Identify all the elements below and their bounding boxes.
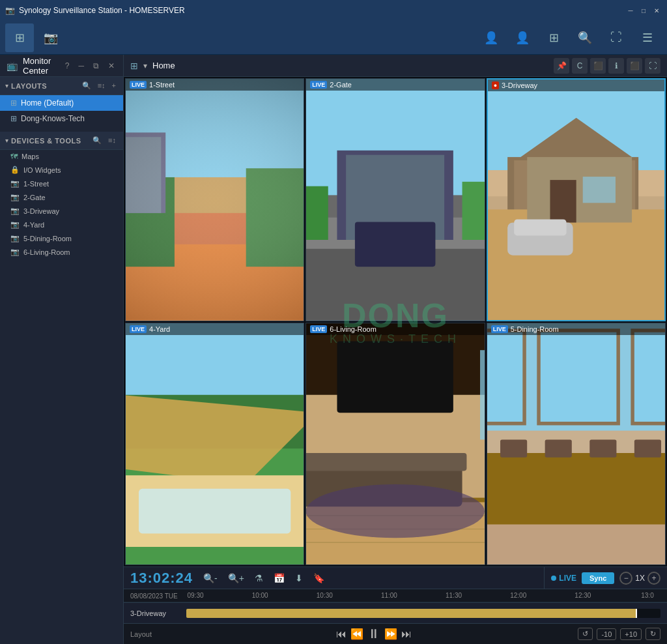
content-grid-icon: ⊞ bbox=[130, 61, 138, 71]
cam-4-yard-badge: LIVE bbox=[130, 325, 147, 333]
user-icon-button[interactable]: 👤 bbox=[477, 23, 505, 52]
content-header-title: Home bbox=[152, 61, 548, 70]
zoom-in-button[interactable]: 🔍+ bbox=[225, 572, 247, 585]
camera-toolbar-button[interactable]: 📷 bbox=[36, 23, 65, 52]
next-frame-button[interactable]: ⏭ bbox=[401, 628, 412, 640]
calendar-button[interactable]: 📅 bbox=[271, 572, 287, 585]
info-button[interactable]: ℹ bbox=[608, 58, 624, 74]
camera-cell-2-gate[interactable]: LIVE 2-Gate bbox=[305, 78, 485, 321]
sync-button[interactable]: Sync bbox=[582, 572, 614, 584]
view-button[interactable]: ⬛ bbox=[627, 58, 642, 74]
svg-rect-65 bbox=[545, 439, 571, 457]
device-item-io-widgets[interactable]: 🔒 I/O Widgets bbox=[0, 163, 123, 177]
cam-1-street-svg bbox=[126, 79, 304, 321]
devices-sort-icon[interactable]: ≡↕ bbox=[106, 136, 118, 145]
bookmark-button[interactable]: 🔖 bbox=[311, 572, 327, 585]
device-item-5-dining-room[interactable]: 📷 5-Dining-Room bbox=[0, 231, 123, 245]
cam-5-dining-name: 5-Dining-Room bbox=[511, 325, 559, 333]
cam-6-living-image bbox=[306, 323, 484, 565]
fullscreen-button[interactable]: ⛶ bbox=[602, 23, 631, 52]
layout-button[interactable]: ⊞ bbox=[539, 23, 568, 52]
clock-display: 13:02:24 bbox=[130, 570, 195, 587]
timeline-status-row: 13:02:24 🔍- 🔍+ ⚗ 📅 ⬇ 🔖 LIVE Sync − bbox=[124, 567, 667, 589]
loop-button[interactable]: ↺ bbox=[578, 628, 593, 640]
account-button[interactable]: 👤 bbox=[508, 23, 537, 52]
monitor-close-button[interactable]: ✕ bbox=[106, 61, 117, 70]
device-item-4-yard[interactable]: 📷 4-Yard bbox=[0, 218, 123, 231]
time-label-1200: 12:00 bbox=[505, 592, 532, 599]
prev-frame-button[interactable]: ⏮ bbox=[336, 628, 347, 640]
svg-rect-27 bbox=[527, 157, 632, 222]
cam-2-gate-name: 2-Gate bbox=[330, 81, 352, 89]
layouts-sort-icon[interactable]: ≡↕ bbox=[96, 81, 107, 91]
expand-button[interactable]: ⛶ bbox=[645, 58, 660, 74]
minimize-button[interactable]: ─ bbox=[625, 5, 636, 16]
device-item-3-driveway[interactable]: 📷 3-Driveway bbox=[0, 204, 123, 218]
cam-6-living-name: 6-Living-Room bbox=[330, 325, 376, 333]
layout-label: Layout bbox=[130, 630, 169, 638]
svg-rect-68 bbox=[487, 524, 665, 564]
timeline-right-controls: LIVE Sync − 1X + bbox=[544, 567, 667, 589]
time-label-930: 09:30 bbox=[182, 592, 208, 599]
sidebar-item-home-default[interactable]: ⊞ Home (Default) bbox=[0, 95, 123, 111]
layout-toggle-button[interactable]: ⬛ bbox=[590, 58, 606, 74]
sidebar-item-dong-knows-tech[interactable]: ⊞ Dong-Knows-Tech bbox=[0, 111, 123, 126]
skip-10-back-button[interactable]: -10 bbox=[597, 628, 616, 640]
playback-controls-row: Layout ⏮ ⏪ ⏸ ⏩ ⏭ ↺ -10 +10 ↻ bbox=[124, 623, 667, 644]
device-item-2-gate[interactable]: 📷 2-Gate bbox=[0, 190, 123, 204]
grid-toolbar-button[interactable]: ⊞ bbox=[5, 23, 34, 52]
zoom-out-button[interactable]: 🔍- bbox=[201, 572, 220, 585]
refresh-button[interactable]: ↻ bbox=[646, 628, 660, 640]
layouts-label: Layouts bbox=[11, 82, 80, 90]
devices-tools-section-header[interactable]: ▾ Devices & Tools 🔍 ≡↕ bbox=[0, 132, 123, 150]
layouts-add-icon[interactable]: + bbox=[110, 81, 118, 91]
cam-4-yard-image bbox=[126, 323, 304, 565]
date-display: 08/08/2023 TUE bbox=[130, 591, 182, 600]
caption-button[interactable]: C bbox=[572, 58, 588, 74]
camera-cell-5-dining-room[interactable]: LIVE 5-Dining-Room bbox=[487, 323, 666, 566]
home-default-label: Home (Default) bbox=[21, 98, 74, 108]
devices-search-icon[interactable]: 🔍 bbox=[91, 136, 104, 145]
cam-5-dining-icon: 📷 bbox=[10, 234, 20, 242]
sidebar: 📺 Monitor Center ? ─ ⧉ ✕ ▾ Layouts 🔍 ≡↕ … bbox=[0, 55, 124, 644]
camera-cell-4-yard[interactable]: LIVE 4-Yard bbox=[125, 323, 304, 566]
cam-1-street-header: LIVE 1-Street bbox=[126, 79, 304, 91]
search-button[interactable]: 🔍 bbox=[571, 23, 599, 52]
camera-cell-3-driveway[interactable]: ● 3-Driveway bbox=[487, 78, 666, 321]
pause-button[interactable]: ⏸ bbox=[367, 626, 380, 641]
step-forward-button[interactable]: ⏩ bbox=[384, 628, 397, 640]
camera-cell-1-street[interactable]: LIVE 1-Street bbox=[125, 78, 304, 321]
io-widgets-icon: 🔒 bbox=[10, 166, 20, 174]
layouts-search-icon[interactable]: 🔍 bbox=[80, 81, 93, 91]
content-header: ⊞ ▾ Home 📌 C ⬛ ℹ ⬛ ⛶ bbox=[124, 55, 667, 77]
help-button[interactable]: ? bbox=[63, 61, 72, 70]
cam-2-gate-image bbox=[306, 79, 484, 321]
pin-button[interactable]: 📌 bbox=[554, 58, 569, 74]
filter-button[interactable]: ⚗ bbox=[252, 572, 266, 585]
monitor-minimize-button[interactable]: ─ bbox=[76, 61, 86, 70]
monitor-restore-button[interactable]: ⧉ bbox=[91, 61, 101, 70]
step-back-button[interactable]: ⏪ bbox=[350, 628, 363, 640]
time-labels-row: 09:30 10:00 10:30 11:00 11:30 12:00 12:3… bbox=[182, 592, 660, 599]
camera-cell-6-living-room[interactable]: LIVE 6-Living-Room bbox=[305, 323, 485, 566]
menu-button[interactable]: ☰ bbox=[633, 23, 662, 52]
svg-rect-37 bbox=[139, 488, 291, 533]
top-toolbar: ⊞ 📷 👤 👤 ⊞ 🔍 ⛶ ☰ bbox=[0, 21, 667, 55]
svg-rect-61 bbox=[487, 452, 665, 524]
playback-bar[interactable] bbox=[186, 609, 660, 618]
device-item-maps[interactable]: 🗺 Maps bbox=[0, 150, 123, 163]
cam-1-street-label: 1-Street bbox=[23, 180, 49, 188]
live-text: LIVE bbox=[559, 574, 576, 583]
device-item-6-living-room[interactable]: 📷 6-Living-Room bbox=[0, 245, 123, 259]
speed-increase-button[interactable]: + bbox=[647, 572, 660, 585]
speed-decrease-button[interactable]: − bbox=[619, 572, 632, 585]
dong-knows-icon: ⊞ bbox=[10, 114, 17, 123]
skip-10-fwd-button[interactable]: +10 bbox=[620, 628, 642, 640]
download-button[interactable]: ⬇ bbox=[292, 572, 305, 585]
restore-button[interactable]: □ bbox=[638, 5, 649, 16]
device-item-1-street[interactable]: 📷 1-Street bbox=[0, 177, 123, 190]
svg-rect-66 bbox=[589, 439, 616, 457]
close-button[interactable]: ✕ bbox=[651, 5, 662, 16]
layouts-section-header[interactable]: ▾ Layouts 🔍 ≡↕ + bbox=[0, 77, 123, 95]
cam-1-street-icon: 📷 bbox=[10, 179, 20, 188]
